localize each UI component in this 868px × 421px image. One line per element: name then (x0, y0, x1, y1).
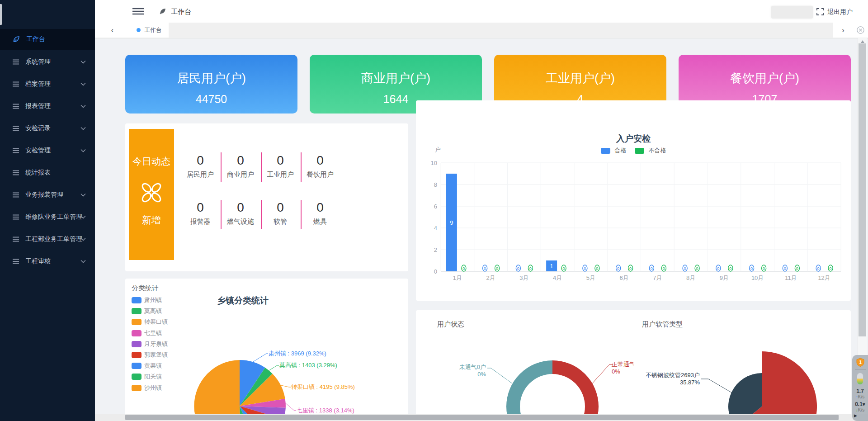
sidebar-item-label: 业务报装管理 (25, 191, 63, 199)
play-icon[interactable]: ▶ (854, 413, 857, 418)
svg-text:6月: 6月 (620, 274, 629, 281)
svg-text:0: 0 (484, 266, 486, 271)
sidebar-item-1[interactable]: 档案管理 (0, 74, 95, 95)
hose-type-half: 用户软管类型 不锈钢波纹管2693户35.87% (633, 310, 851, 421)
today-stat-3: 0餐饮用户 (300, 153, 340, 179)
today-divider (261, 200, 262, 229)
chevron-down-icon (80, 193, 86, 197)
donut-label-right: 正常通气0户0% (612, 361, 633, 375)
upload-unit: ↑K/s (856, 394, 864, 399)
chevron-down-icon (80, 127, 86, 130)
tabs-scroll-right[interactable]: › (833, 23, 853, 38)
chevron-down-icon (80, 215, 86, 219)
user-status-half: 用户状态 未通气0户0%正常通气0户0% (416, 310, 633, 421)
sidebar-item-0[interactable]: 系统管理 (0, 52, 95, 72)
today-stat-6: 0软管 (260, 200, 300, 226)
sidebar-item-4[interactable]: 安检管理 (0, 140, 95, 161)
tabs-scroll-left[interactable]: ‹ (95, 23, 130, 38)
svg-text:6: 6 (434, 203, 437, 210)
today-stat-0: 0居民用户 (180, 153, 220, 179)
today-stat-value: 0 (221, 200, 260, 215)
svg-text:0: 0 (663, 266, 665, 271)
svg-text:0: 0 (651, 266, 653, 271)
sidebar: 工作台 系统管理档案管理报表管理安检记录安检管理统计报表业务报装管理维修队业务工… (0, 0, 95, 421)
stat-card-0: 居民用户(户)44750 (125, 55, 297, 114)
svg-text:2: 2 (434, 246, 437, 253)
chevron-down-icon (80, 149, 86, 152)
fullscreen-icon[interactable] (816, 8, 824, 15)
tabs-close-button[interactable] (853, 23, 868, 38)
svg-text:9月: 9月 (720, 274, 729, 281)
svg-text:0: 0 (729, 266, 731, 271)
today-divider (221, 200, 222, 229)
svg-text:0: 0 (563, 266, 565, 271)
svg-text:8: 8 (434, 181, 437, 188)
menu-lines-icon (13, 237, 19, 242)
menu-lines-icon (13, 148, 19, 153)
today-stat-value: 0 (300, 200, 340, 215)
top-header: 工作台 退出用户 (95, 0, 868, 23)
chevron-down-icon (80, 104, 86, 108)
sidebar-item-workbench[interactable]: 工作台 (0, 29, 95, 50)
tab-workbench[interactable]: 工作台 (130, 23, 169, 38)
chevron-down-icon (80, 60, 86, 64)
svg-text:10: 10 (431, 160, 437, 166)
svg-text:0: 0 (529, 266, 532, 271)
sidebar-item-label: 工作台 (26, 35, 45, 43)
sidebar-item-label: 报表管理 (25, 102, 51, 110)
hamburger-icon[interactable] (132, 8, 144, 15)
today-stat-value: 0 (180, 153, 220, 168)
sidebar-item-9[interactable]: 工程审核 (0, 251, 95, 272)
today-divider (261, 152, 262, 182)
today-stat-value: 0 (260, 200, 300, 215)
svg-text:1月: 1月 (453, 274, 462, 281)
svg-text:0: 0 (784, 266, 786, 271)
donut-label-left: 未通气0户0% (459, 364, 486, 378)
today-banner: 今日动态 新增 (129, 129, 174, 260)
pie-slice-label-2: 转渠口镇 : 4195 (9.85%) (291, 383, 355, 391)
leaf-icon (13, 36, 20, 43)
sidebar-item-label: 维修队业务工单管理 (25, 213, 82, 221)
vertical-scrollbar-thumb[interactable] (859, 43, 866, 336)
category-pie-panel: 分类统计 肃州镇莫高镇转渠口镇七里镇月牙泉镇郭家堡镇黄渠镇阳关镇沙州镇 乡镇分类… (125, 279, 408, 421)
svg-text:0: 0 (434, 268, 437, 275)
pie-slice-label-1: 莫高镇 : 1403 (3.29%) (279, 361, 337, 369)
sidebar-item-label: 工程部业务工单管理 (25, 235, 82, 243)
svg-text:0: 0 (629, 266, 632, 271)
caret-down-icon: ▾ (863, 401, 865, 407)
svg-text:0: 0 (717, 266, 719, 271)
today-stat-value: 0 (300, 153, 340, 168)
today-stat-label: 报警器 (180, 218, 220, 226)
today-stat-label: 餐饮用户 (300, 170, 340, 179)
edge-artifact (0, 4, 2, 25)
battery-pill-icon[interactable] (857, 373, 863, 385)
today-stat-label: 商业用户 (221, 170, 260, 179)
today-stat-label: 居民用户 (180, 170, 220, 179)
today-stat-1: 0商业用户 (221, 153, 260, 179)
sidebar-item-7[interactable]: 维修队业务工单管理 (0, 207, 95, 227)
today-stat-label: 工业用户 (260, 170, 300, 179)
today-banner-sub: 新增 (129, 214, 174, 227)
logout-button[interactable]: 退出用户 (827, 8, 853, 16)
sidebar-item-2[interactable]: 报表管理 (0, 96, 95, 117)
net-speed-widget[interactable]: 1 1.7 ↑K/s 0.1▾ ↓K/s ▶ (852, 355, 868, 421)
today-stat-7: 0燃具 (300, 200, 340, 226)
svg-text:0: 0 (496, 266, 498, 271)
tab-bar: ‹ 工作台 › (95, 23, 868, 38)
svg-text:0: 0 (817, 266, 820, 271)
horizontal-scrollbar-thumb[interactable] (125, 415, 839, 420)
sidebar-item-label: 统计报表 (25, 169, 51, 177)
sidebar-item-3[interactable]: 安检记录 (0, 118, 95, 139)
svg-text:4月: 4月 (553, 274, 562, 281)
shield-badge-icon[interactable]: 1 (856, 358, 864, 367)
svg-text:3月: 3月 (519, 274, 528, 281)
breadcrumb-leaf-icon (159, 8, 166, 15)
svg-text:7月: 7月 (653, 274, 662, 281)
today-divider (221, 152, 222, 182)
sidebar-item-8[interactable]: 工程部业务工单管理 (0, 229, 95, 250)
sidebar-item-6[interactable]: 业务报装管理 (0, 184, 95, 205)
sidebar-item-5[interactable]: 统计报表 (0, 162, 95, 183)
svg-text:12月: 12月 (818, 274, 830, 281)
chevron-down-icon (80, 237, 86, 241)
stat-card-title: 商业用户(户) (310, 70, 482, 86)
